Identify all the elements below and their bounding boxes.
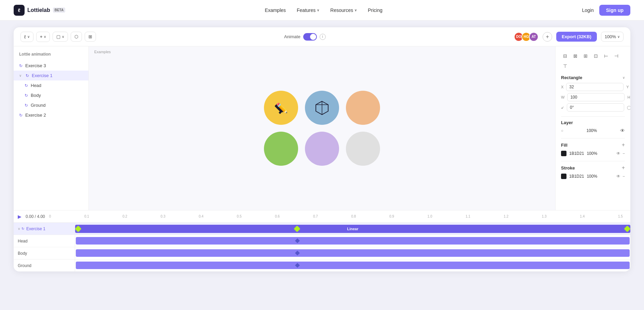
align-center-h-button[interactable]: ⊠ bbox=[571, 52, 579, 60]
distribute-button[interactable]: ⊤ bbox=[561, 62, 569, 70]
export-button[interactable]: Export (32KB) bbox=[556, 32, 597, 42]
login-button[interactable]: Login bbox=[582, 8, 593, 13]
layer-refresh-icon-2: ↻ bbox=[26, 73, 29, 78]
stroke-color-swatch[interactable] bbox=[561, 174, 566, 179]
stroke-add-button[interactable]: + bbox=[622, 165, 625, 171]
asset-icon: ⊞ bbox=[88, 34, 92, 39]
nav-actions: Login Sign up bbox=[582, 5, 630, 16]
timeline-track-head bbox=[75, 235, 630, 247]
timeline-body: ∨ ↻ Exercise 1 Head Body Ground bbox=[14, 223, 630, 271]
align-top-button[interactable]: ⊡ bbox=[592, 52, 600, 60]
layer-ground[interactable]: ↻ Ground bbox=[14, 100, 88, 110]
navbar: ℓ Lottielab BETA Examples Features ∨ Res… bbox=[0, 0, 644, 20]
w-input[interactable] bbox=[567, 93, 625, 101]
body-bar-container bbox=[75, 249, 630, 257]
keyframe-mid[interactable] bbox=[294, 225, 300, 232]
pen-chevron-icon: ∨ bbox=[27, 35, 30, 39]
rectangle-chevron-icon[interactable]: ∨ bbox=[622, 76, 625, 79]
stroke-title: Stroke bbox=[561, 165, 575, 171]
ground-bar[interactable] bbox=[76, 262, 630, 269]
fill-visibility-icon[interactable]: 👁 bbox=[616, 151, 620, 156]
nav-features[interactable]: Features ∨ bbox=[297, 8, 319, 13]
linear-label: Linear bbox=[347, 227, 358, 231]
editor-container: ℓ ∨ ⌖ ∨ ▢ ∨ ⬡ ⊞ Animate bbox=[0, 20, 644, 278]
animate-toggle[interactable] bbox=[303, 33, 317, 41]
divider-2 bbox=[561, 138, 625, 138]
timeline-label-body[interactable]: Body bbox=[14, 247, 75, 260]
toolbar: ℓ ∨ ⌖ ∨ ▢ ∨ ⬡ ⊞ Animate bbox=[14, 27, 630, 46]
align-left-button[interactable]: ⊟ bbox=[561, 52, 569, 60]
asset-tool-button[interactable]: ⊞ bbox=[85, 32, 96, 42]
align-bottom-button[interactable]: ⊣ bbox=[612, 52, 620, 60]
icon-grid: ✏️ 📦 bbox=[257, 84, 387, 173]
svg-text:✉️: ✉️ bbox=[356, 102, 369, 114]
beta-badge: BETA bbox=[53, 8, 65, 13]
layers-panel: Lottie animation ↻ Exercise 3 ∨ ↻ Exerci… bbox=[14, 46, 89, 210]
layer-exercise2[interactable]: ↻ Exercise 2 bbox=[14, 110, 88, 120]
pen-tool-button[interactable]: ℓ ∨ bbox=[20, 32, 33, 42]
timeline-label-head[interactable]: Head bbox=[14, 235, 75, 247]
exercise1-bar[interactable]: Linear bbox=[75, 225, 630, 233]
layer-refresh-icon: ↻ bbox=[19, 63, 23, 68]
stroke-visibility-icon[interactable]: 👁 bbox=[616, 174, 620, 179]
layer-head-refresh-icon: ↻ bbox=[25, 83, 28, 88]
nav-resources[interactable]: Resources ∨ bbox=[330, 8, 357, 13]
fill-remove-button[interactable]: − bbox=[622, 151, 625, 156]
stroke-actions: 👁 − bbox=[616, 174, 625, 179]
layer-exercise3[interactable]: ↻ Exercise 3 bbox=[14, 61, 88, 71]
timeline-label-exercise1[interactable]: ∨ ↻ Exercise 1 bbox=[14, 223, 75, 235]
stroke-opacity-value: 100% bbox=[587, 174, 597, 179]
divider-1 bbox=[561, 116, 625, 117]
avatar-at: AT bbox=[529, 32, 538, 42]
keyframe-start[interactable] bbox=[75, 225, 82, 232]
tl-refresh-icon: ↻ bbox=[22, 227, 24, 231]
layer-visibility-icon[interactable]: 👁 bbox=[620, 128, 625, 133]
head-bar-container bbox=[75, 237, 630, 245]
opacity-circle-icon: ○ bbox=[561, 129, 563, 133]
timeline-track-exercise1: Linear bbox=[75, 223, 630, 235]
info-icon[interactable]: i bbox=[320, 34, 326, 40]
nav-examples[interactable]: Examples bbox=[265, 8, 286, 13]
layer-body[interactable]: ↻ Body bbox=[14, 90, 88, 100]
fill-add-button[interactable]: + bbox=[622, 142, 625, 148]
rect-tool-button[interactable]: ▢ ∨ bbox=[53, 32, 68, 42]
path-tool-button[interactable]: ⬡ bbox=[71, 32, 82, 42]
timeline-time: 0.00 / 4.00 bbox=[26, 214, 45, 219]
shape-tool-button[interactable]: ⌖ ∨ bbox=[36, 32, 50, 42]
svg-text:🛒: 🛒 bbox=[316, 143, 328, 155]
align-center-v-button[interactable]: ⊢ bbox=[602, 52, 610, 60]
nav-pricing[interactable]: Pricing bbox=[368, 8, 382, 13]
toolbar-left: ℓ ∨ ⌖ ∨ ▢ ∨ ⬡ ⊞ bbox=[20, 32, 96, 42]
rectangle-section: Rectangle ∨ X Y W H ⇕ bbox=[561, 75, 625, 112]
zoom-control[interactable]: 100% ∨ bbox=[601, 32, 624, 42]
layer-head[interactable]: ↻ Head bbox=[14, 80, 88, 90]
layer-ground-refresh-icon: ↻ bbox=[25, 103, 28, 108]
radius-label: ◯ bbox=[627, 105, 630, 110]
layer-exercise1[interactable]: ∨ ↻ Exercise 1 bbox=[14, 71, 88, 80]
align-tools: ⊟ ⊠ ⊞ ⊡ ⊢ ⊣ ⊤ bbox=[561, 52, 625, 70]
timeline-track-ground bbox=[75, 260, 630, 271]
y-label: Y bbox=[626, 85, 629, 89]
svg-text:📚: 📚 bbox=[275, 143, 288, 155]
shape-chevron-icon: ∨ bbox=[44, 35, 46, 39]
add-collaborator-button[interactable]: + bbox=[543, 32, 552, 42]
timeline-header: ▶ 0.00 / 4.00 0 0.1 0.2 0.3 0.4 0.5 0.6 bbox=[14, 210, 630, 223]
logo-icon: ℓ bbox=[14, 5, 25, 16]
align-right-button[interactable]: ⊞ bbox=[582, 52, 590, 60]
shape-icon: ⌖ bbox=[40, 34, 42, 40]
fill-actions: 👁 − bbox=[616, 151, 625, 156]
ruler-ticks: 0 0.1 0.2 0.3 0.4 0.5 0.6 0.7 0.8 0.9 1.… bbox=[49, 215, 626, 218]
fill-color-swatch[interactable] bbox=[561, 151, 566, 156]
head-bar[interactable] bbox=[76, 237, 630, 245]
canvas-content: ✏️ 📦 bbox=[89, 46, 555, 210]
corner-input[interactable] bbox=[567, 103, 624, 112]
keyframe-end[interactable] bbox=[624, 225, 630, 232]
body-bar[interactable] bbox=[76, 249, 630, 257]
stroke-remove-button[interactable]: − bbox=[622, 174, 625, 179]
timeline-label-ground[interactable]: Ground bbox=[14, 260, 75, 271]
icon-mail: ✉️ bbox=[346, 91, 380, 125]
timeline-play-button[interactable]: ▶ bbox=[18, 214, 22, 219]
x-input[interactable] bbox=[566, 83, 624, 91]
signup-button[interactable]: Sign up bbox=[599, 5, 630, 16]
timeline-track-body bbox=[75, 247, 630, 260]
